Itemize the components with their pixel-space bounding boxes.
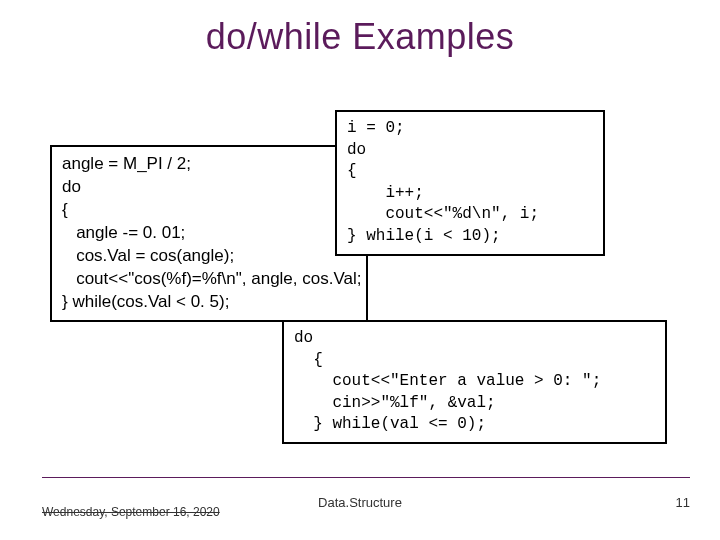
code-line: do — [62, 176, 356, 199]
code-line: i = 0; — [347, 118, 593, 140]
code-line: cos.Val = cos(angle); — [62, 245, 356, 268]
slide-title: do/while Examples — [0, 16, 720, 58]
footer-divider — [42, 477, 690, 478]
code-line: { — [347, 161, 593, 183]
code-line: cout<<"Enter a value > 0: "; — [294, 371, 655, 393]
code-line: cout<<"cos(%f)=%f\n", angle, cos.Val; — [62, 268, 356, 291]
code-line: } while(val <= 0); — [294, 414, 655, 436]
code-line: } while(cos.Val < 0. 5); — [62, 291, 356, 314]
code-line: angle = M_PI / 2; — [62, 153, 356, 176]
code-line: { — [294, 350, 655, 372]
code-line: } while(i < 10); — [347, 226, 593, 248]
footer-subject: Data.Structure — [0, 495, 720, 510]
code-line: cin>>"%lf", &val; — [294, 393, 655, 415]
code-line: i++; — [347, 183, 593, 205]
code-line: cout<<"%d\n", i; — [347, 204, 593, 226]
code-line: angle -= 0. 01; — [62, 222, 356, 245]
code-line: { — [62, 199, 356, 222]
footer-page-number: 11 — [676, 495, 690, 510]
code-example-2: i = 0; do { i++; cout<<"%d\n", i; } whil… — [335, 110, 605, 256]
code-example-3: do { cout<<"Enter a value > 0: "; cin>>"… — [282, 320, 667, 444]
code-line: do — [294, 328, 655, 350]
code-example-1: angle = M_PI / 2; do { angle -= 0. 01; c… — [50, 145, 368, 322]
code-line: do — [347, 140, 593, 162]
